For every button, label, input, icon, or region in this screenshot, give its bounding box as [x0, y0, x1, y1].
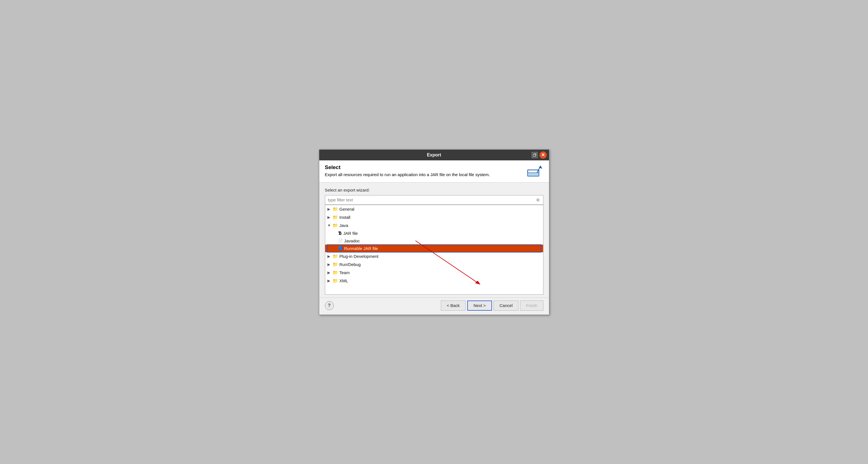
help-button[interactable]: ? [325, 301, 334, 310]
dialog-body: Select an export wizard: ⊗ ▶ 📁 General ▶… [319, 183, 549, 298]
back-button[interactable]: < Back [441, 301, 466, 311]
tree-label-team: Team [340, 270, 350, 275]
folder-icon-xml: 📁 [333, 278, 338, 283]
tree-area: ▶ 📁 General ▶ 📁 Install ▼ 📁 Java [325, 205, 544, 295]
tree-label-javadoc: Javadoc [344, 239, 360, 243]
tree-item-general[interactable]: ▶ 📁 General [325, 205, 543, 213]
runnable-jar-wrapper: 🔵 Runnable JAR file [325, 245, 543, 252]
tree-label-jar-file: JAR file [343, 231, 358, 236]
file-icon-javadoc: 📄 [338, 239, 343, 243]
title-bar: Export ✕ [319, 150, 549, 160]
tree-with-arrow: ▶ 📁 General ▶ 📁 Install ▼ 📁 Java [325, 205, 544, 295]
cancel-button[interactable]: Cancel [494, 301, 519, 311]
header-text: Select Export all resources required to … [325, 164, 527, 177]
export-dialog: Export ✕ Select Export all resources req… [319, 149, 549, 315]
collapse-arrow-xml: ▶ [328, 279, 331, 283]
close-button[interactable]: ✕ [539, 151, 547, 159]
tree-item-java[interactable]: ▼ 📁 Java [325, 221, 543, 229]
header-title: Select [325, 164, 527, 171]
tree-item-install[interactable]: ▶ 📁 Install [325, 213, 543, 221]
tree-label-java: Java [340, 223, 348, 228]
tree-label-install: Install [340, 215, 350, 220]
collapse-arrow-plugin: ▶ [328, 254, 331, 258]
folder-icon-general: 📁 [333, 207, 338, 212]
folder-icon-install: 📁 [333, 215, 338, 220]
svg-rect-2 [528, 173, 539, 176]
tree-label-runnable-jar: Runnable JAR file [344, 246, 378, 251]
collapse-arrow-team: ▶ [328, 271, 331, 275]
tree-item-jar-file[interactable]: 🗜 JAR file [325, 229, 543, 237]
wizard-label: Select an export wizard: [325, 188, 544, 192]
tree-item-plugin-dev[interactable]: ▶ 📁 Plug-in Development [325, 252, 543, 260]
tree-label-xml: XML [340, 278, 348, 283]
dialog-footer: ? < Back Next > Cancel Finish [319, 298, 549, 315]
tree-item-team[interactable]: ▶ 📁 Team [325, 269, 543, 277]
filter-input[interactable] [325, 196, 534, 203]
footer-buttons: < Back Next > Cancel Finish [441, 301, 544, 311]
collapse-arrow-java: ▼ [328, 223, 331, 227]
filter-row: ⊗ [325, 195, 544, 205]
tree-item-run-debug[interactable]: ▶ 📁 Run/Debug [325, 260, 543, 269]
filter-clear-button[interactable]: ⊗ [534, 196, 542, 204]
collapse-arrow-run: ▶ [328, 262, 331, 267]
title-bar-controls: ✕ [532, 151, 547, 159]
dialog-header: Select Export all resources required to … [319, 160, 549, 183]
finish-button[interactable]: Finish [520, 301, 543, 311]
tree-label-run-debug: Run/Debug [340, 262, 361, 267]
collapse-arrow-general: ▶ [328, 207, 331, 211]
svg-rect-0 [533, 154, 535, 156]
file-icon-jar: 🗜 [338, 231, 342, 236]
collapse-arrow-install: ▶ [328, 215, 331, 219]
folder-icon-run: 📁 [333, 262, 338, 267]
tree-item-javadoc[interactable]: 📄 Javadoc [325, 237, 543, 245]
folder-icon-team: 📁 [333, 270, 338, 275]
tree-item-runnable-jar[interactable]: 🔵 Runnable JAR file [325, 245, 543, 252]
header-description: Export all resources required to run an … [325, 172, 527, 177]
folder-icon-plugin: 📁 [333, 254, 338, 259]
tree-label-general: General [340, 207, 354, 212]
tree-item-xml[interactable]: ▶ 📁 XML [325, 277, 543, 285]
export-icon [527, 164, 544, 178]
restore-button[interactable] [532, 152, 538, 158]
file-icon-runnable: 🔵 [338, 246, 343, 251]
dialog-title: Export [427, 153, 441, 158]
footer-left: ? [325, 301, 334, 310]
next-button[interactable]: Next > [467, 301, 492, 311]
folder-icon-java: 📁 [333, 223, 338, 228]
tree-label-plugin-dev: Plug-in Development [340, 254, 378, 259]
